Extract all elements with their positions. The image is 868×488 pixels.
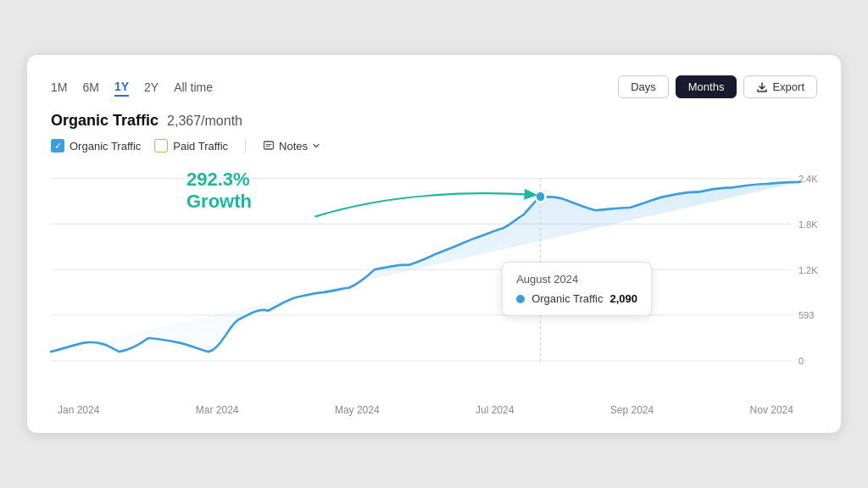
x-label-mar: Mar 2024 xyxy=(196,404,239,416)
x-label-jul: Jul 2024 xyxy=(476,404,514,416)
chart-area: 292.3% Growth 2.4K 1.8K 1.2K 593 0 xyxy=(51,160,817,416)
export-icon xyxy=(756,81,768,93)
tooltip-box: August 2024 Organic Traffic 2,090 xyxy=(502,262,652,316)
chevron-down-icon xyxy=(312,141,320,150)
filter-alltime[interactable]: All time xyxy=(174,79,213,96)
svg-text:593: 593 xyxy=(798,310,814,320)
filter-6m[interactable]: 6M xyxy=(82,79,98,96)
x-label-nov: Nov 2024 xyxy=(750,404,793,416)
months-toggle[interactable]: Months xyxy=(676,75,737,98)
x-label-jan: Jan 2024 xyxy=(58,404,99,416)
svg-rect-0 xyxy=(264,141,274,149)
check-icon: ✓ xyxy=(54,141,62,152)
chart-svg: 2.4K 1.8K 1.2K 593 0 xyxy=(51,160,817,397)
paid-legend-item[interactable]: Paid Traffic xyxy=(154,139,228,152)
organic-checkbox[interactable]: ✓ xyxy=(51,139,64,152)
main-card: 1M 6M 1Y 2Y All time Days Months Export … xyxy=(27,55,841,433)
notes-label: Notes xyxy=(279,140,308,152)
organic-legend-item[interactable]: ✓ Organic Traffic xyxy=(51,139,141,152)
x-label-may: May 2024 xyxy=(335,404,380,416)
tooltip-row: Organic Traffic 2,090 xyxy=(516,292,637,305)
filter-1m[interactable]: 1M xyxy=(51,79,67,96)
filter-2y[interactable]: 2Y xyxy=(144,79,159,96)
time-filters: 1M 6M 1Y 2Y All time xyxy=(51,78,213,97)
metric-title: Organic Traffic xyxy=(51,112,159,130)
tooltip-value: 2,090 xyxy=(609,292,637,305)
chart-container: 292.3% Growth 2.4K 1.8K 1.2K 593 0 xyxy=(51,160,817,401)
organic-label: Organic Traffic xyxy=(70,140,141,152)
notes-button[interactable]: Notes xyxy=(263,140,320,152)
top-bar: 1M 6M 1Y 2Y All time Days Months Export xyxy=(51,75,817,98)
metric-row: Organic Traffic 2,367/month xyxy=(51,112,817,130)
export-button[interactable]: Export xyxy=(743,75,817,98)
svg-text:0: 0 xyxy=(798,356,804,366)
notes-icon xyxy=(263,140,275,152)
svg-text:1.8K: 1.8K xyxy=(798,219,818,229)
days-toggle[interactable]: Days xyxy=(618,75,669,98)
svg-point-12 xyxy=(536,191,546,202)
legend-row: ✓ Organic Traffic Paid Traffic Notes xyxy=(51,138,817,153)
right-controls: Days Months Export xyxy=(618,75,817,98)
paid-label: Paid Traffic xyxy=(173,140,228,152)
paid-checkbox[interactable] xyxy=(154,139,168,152)
metric-value: 2,367/month xyxy=(167,114,242,129)
tooltip-label: Organic Traffic xyxy=(531,292,603,305)
svg-text:1.2K: 1.2K xyxy=(798,264,818,274)
tooltip-month: August 2024 xyxy=(516,273,637,286)
tooltip-dot xyxy=(516,295,525,303)
x-label-sep: Sep 2024 xyxy=(610,404,654,416)
x-axis-labels: Jan 2024 Mar 2024 May 2024 Jul 2024 Sep … xyxy=(51,401,817,416)
legend-divider xyxy=(245,138,246,153)
svg-text:2.4K: 2.4K xyxy=(798,174,818,184)
filter-1y[interactable]: 1Y xyxy=(114,78,129,97)
